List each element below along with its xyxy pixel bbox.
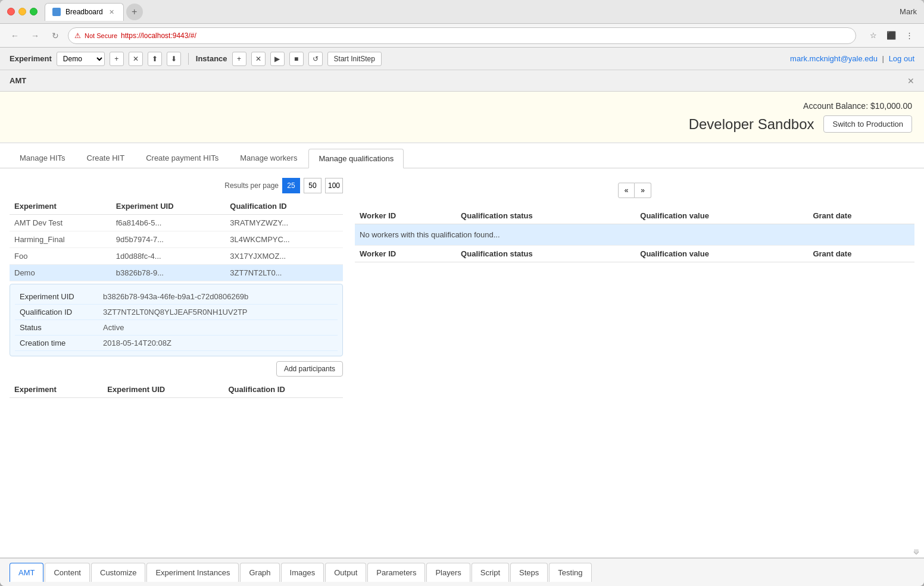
- workers-table: Worker ID Qualification status Qualifica…: [355, 208, 914, 262]
- new-tab-button[interactable]: +: [126, 4, 143, 20]
- qualifications-table: Experiment Experiment UID Qualification …: [10, 198, 343, 281]
- table-row-selected[interactable]: Demo b3826b78-9... 3ZT7NT2LT0...: [10, 265, 343, 281]
- cell-uid: 1d0d88fc-4...: [111, 248, 226, 265]
- delete-instance-btn[interactable]: ✕: [251, 52, 266, 66]
- bottom-tab-steps[interactable]: Steps: [510, 563, 548, 582]
- detail-value: 3ZT7NT2LT0NQ8YLJEAF5R0NH1UV2TP: [98, 305, 338, 320]
- add-participants-btn[interactable]: Add participants: [276, 361, 343, 377]
- logout-link[interactable]: Log out: [889, 54, 914, 63]
- extensions-icon[interactable]: ⬛: [884, 28, 899, 43]
- browser-window: Breadboard ✕ + Mark ← → ↻ ⚠ Not Secure h…: [0, 0, 924, 586]
- app-toolbar: Experiment Demo + ✕ ⬆ ⬇ Instance + ✕ ▶ ■…: [0, 48, 924, 70]
- results-50-btn[interactable]: 50: [304, 178, 321, 193]
- results-25-btn[interactable]: 25: [282, 178, 300, 193]
- maximize-traffic-light[interactable]: [30, 8, 38, 15]
- minimize-traffic-light[interactable]: [18, 8, 26, 15]
- nav-bar: ← → ↻ ⚠ Not Secure https://localhost:944…: [0, 24, 924, 48]
- stop-instance-btn[interactable]: ■: [289, 52, 304, 66]
- bottom-tab-script[interactable]: Script: [472, 563, 509, 582]
- tab-close-btn[interactable]: ✕: [108, 8, 116, 16]
- table-row[interactable]: AMT Dev Test f6a814b6-5... 3RATMYZWZY...: [10, 215, 343, 231]
- detail-row: Status Active: [15, 320, 338, 336]
- results-100-btn[interactable]: 100: [325, 178, 343, 193]
- user-email-link[interactable]: mark.mcknight@yale.edu: [790, 54, 878, 63]
- tab-create-hit[interactable]: Create HIT: [77, 148, 135, 168]
- amt-close-btn[interactable]: ✕: [907, 76, 914, 86]
- refresh-button[interactable]: ↻: [48, 28, 63, 43]
- no-workers-msg: No workers with this qualification found…: [355, 224, 914, 246]
- bottom-tab-players[interactable]: Players: [426, 563, 470, 582]
- detail-row: Qualification ID 3ZT7NT2LT0NQ8YLJEAF5R0N…: [15, 305, 338, 320]
- col-worker-id: Worker ID: [355, 208, 456, 224]
- title-bar: Breadboard ✕ + Mark: [0, 0, 924, 24]
- bottom-tab-customize[interactable]: Customize: [91, 563, 145, 582]
- bottom-tab-parameters[interactable]: Parameters: [367, 563, 425, 582]
- main-content: AMT ✕ Account Balance: $10,000.00 Develo…: [0, 70, 924, 557]
- tab-manage-qualifications[interactable]: Manage qualifications: [308, 149, 404, 168]
- tab-bar: Breadboard ✕ +: [45, 3, 900, 21]
- forward-button[interactable]: →: [27, 28, 43, 43]
- address-bar[interactable]: ⚠ Not Secure https://localhost:9443/#/: [68, 27, 856, 44]
- table-row[interactable]: Foo 1d0d88fc-4... 3X17YJXMOZ...: [10, 248, 343, 265]
- qualifications-table-footer: Experiment Experiment UID Qualification …: [10, 381, 343, 398]
- switch-to-production-btn[interactable]: Switch to Production: [823, 115, 912, 133]
- bottom-tab-testing[interactable]: Testing: [549, 563, 591, 582]
- not-secure-label: Not Secure: [85, 32, 117, 39]
- menu-icon[interactable]: ⋮: [901, 28, 917, 43]
- qual-footer-header: Experiment Experiment UID Qualification …: [10, 381, 343, 398]
- bottom-tab-output[interactable]: Output: [325, 563, 366, 582]
- amt-title: AMT: [10, 76, 26, 85]
- detail-row: Creation time 2018-05-14T20:08Z: [15, 336, 338, 351]
- bottom-tab-images[interactable]: Images: [281, 563, 324, 582]
- col-grant-date: Grant date: [808, 208, 914, 224]
- start-initstep-btn[interactable]: Start InitStep: [327, 52, 382, 66]
- delete-experiment-btn[interactable]: ✕: [129, 52, 143, 66]
- col-qual-value-2: Qualification value: [635, 246, 808, 262]
- experiment-label: Experiment: [10, 54, 52, 63]
- bottom-tab-content[interactable]: Content: [45, 563, 90, 582]
- cell-qual-id: 3ZT7NT2LT0...: [225, 265, 343, 281]
- col-qual-id-2: Qualification ID: [223, 381, 343, 398]
- bookmark-icon[interactable]: ☆: [866, 28, 881, 43]
- tab-manage-workers[interactable]: Manage workers: [230, 148, 307, 168]
- bottom-tab-experiment-instances[interactable]: Experiment Instances: [146, 563, 239, 582]
- play-instance-btn[interactable]: ▶: [270, 52, 285, 66]
- cell-qual-id: 3RATMYZWZY...: [225, 215, 343, 231]
- detail-table: Experiment UID b3826b78-943a-46fe-b9a1-c…: [15, 289, 338, 351]
- cell-uid: f6a814b6-5...: [111, 215, 226, 231]
- url-text: https://localhost:9443/#/: [121, 32, 196, 40]
- tab-create-payment-hits[interactable]: Create payment HITs: [136, 148, 229, 168]
- cell-qual-id: 3L4WKCMPYC...: [225, 231, 343, 248]
- restart-instance-btn[interactable]: ↺: [308, 52, 323, 66]
- add-participants-row: Add participants: [10, 361, 343, 377]
- tab-manage-hits[interactable]: Manage HITs: [10, 148, 76, 168]
- pagination: « »: [618, 183, 651, 198]
- col-grant-date-2: Grant date: [808, 246, 914, 262]
- cell-experiment: Foo: [10, 248, 111, 265]
- next-page-btn[interactable]: »: [635, 183, 651, 198]
- close-traffic-light[interactable]: [7, 8, 15, 15]
- prev-page-btn[interactable]: «: [618, 183, 635, 198]
- experiment-select[interactable]: Demo: [57, 52, 105, 66]
- instance-label: Instance: [196, 54, 227, 63]
- bottom-tab-amt[interactable]: AMT: [10, 563, 43, 582]
- left-panel: Results per page 25 50 100 Experiment Ex…: [10, 178, 343, 538]
- col-uid-2: Experiment UID: [102, 381, 223, 398]
- table-row[interactable]: Harming_Final 9d5b7974-7... 3L4WKCMPYC..…: [10, 231, 343, 248]
- workers-header: Worker ID Qualification status Qualifica…: [355, 208, 914, 224]
- add-experiment-btn[interactable]: +: [110, 52, 124, 66]
- back-button[interactable]: ←: [7, 28, 23, 43]
- amt-content: Account Balance: $10,000.00 Developer Sa…: [0, 92, 924, 143]
- add-instance-btn[interactable]: +: [232, 52, 246, 66]
- browser-tab[interactable]: Breadboard ✕: [45, 3, 124, 21]
- import-experiment-btn[interactable]: ⬆: [148, 52, 162, 66]
- bottom-tab-graph[interactable]: Graph: [240, 563, 279, 582]
- cell-qual-id: 3X17YJXMOZ...: [225, 248, 343, 265]
- cell-experiment: Demo: [10, 265, 111, 281]
- col-qual-value: Qualification value: [635, 208, 808, 224]
- detail-value: b3826b78-943a-46fe-b9a1-c72d0806269b: [98, 289, 338, 305]
- user-info: mark.mcknight@yale.edu | Log out: [790, 54, 914, 63]
- export-experiment-btn[interactable]: ⬇: [167, 52, 181, 66]
- detail-label: Creation time: [15, 336, 98, 351]
- col-qual-status: Qualification status: [456, 208, 635, 224]
